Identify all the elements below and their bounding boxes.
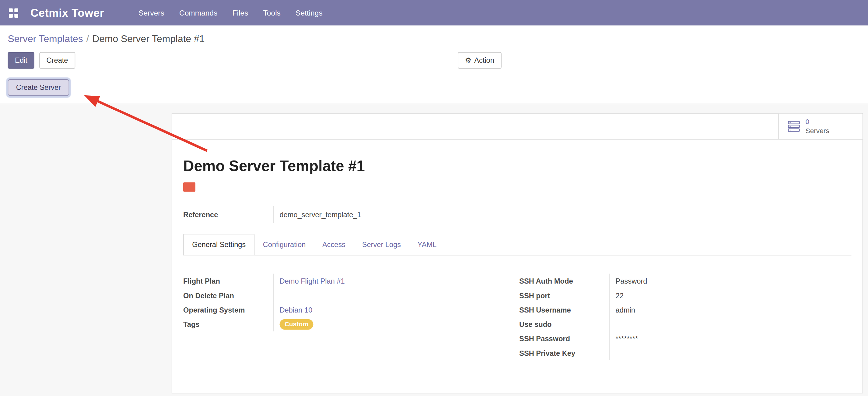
- field-value-text-ssh-auth-mode: Password: [616, 277, 647, 285]
- nav-item-commands[interactable]: Commands: [179, 8, 218, 17]
- field-label-flight-plan: Flight Plan: [183, 277, 273, 285]
- field-value-text-operating-system[interactable]: Debian 10: [280, 306, 313, 314]
- tab-yaml[interactable]: YAML: [409, 234, 445, 255]
- create-button[interactable]: Create: [39, 52, 75, 69]
- field-row-ssh-username: SSH Usernameadmin: [519, 303, 851, 317]
- field-row-use-sudo: Use sudo: [519, 317, 851, 332]
- field-value-text-flight-plan[interactable]: Demo Flight Plan #1: [280, 277, 345, 285]
- field-value-text-tags[interactable]: Custom: [280, 319, 313, 330]
- breadcrumb: Server Templates/Demo Server Template #1: [8, 33, 860, 45]
- field-row-on-delete-plan: On Delete Plan: [183, 288, 519, 303]
- field-label-ssh-port: SSH port: [519, 291, 609, 300]
- field-value-use-sudo: [610, 317, 851, 332]
- field-group-right: SSH Auth ModePasswordSSH port22SSH Usern…: [519, 274, 851, 360]
- tab-access[interactable]: Access: [314, 234, 354, 255]
- toolbar: Edit Create ⚙Action: [8, 52, 860, 69]
- record-title: Demo Server Template #1: [183, 158, 851, 175]
- app-brand[interactable]: Cetmix Tower: [30, 6, 104, 19]
- gear-icon: ⚙: [465, 56, 471, 64]
- field-label-ssh-private-key: SSH Private Key: [519, 349, 609, 357]
- field-value-operating-system: Debian 10: [274, 303, 520, 317]
- field-value-text-ssh-port: 22: [616, 291, 624, 300]
- field-row-flight-plan: Flight PlanDemo Flight Plan #1: [183, 274, 519, 288]
- field-label-on-delete-plan: On Delete Plan: [183, 291, 273, 300]
- apps-grid-icon[interactable]: [9, 8, 18, 17]
- field-value-text-ssh-password: ********: [616, 335, 638, 343]
- breadcrumb-current: Demo Server Template #1: [92, 33, 205, 44]
- action-button-label: Action: [474, 56, 494, 64]
- field-row-ssh-password: SSH Password********: [519, 332, 851, 346]
- tab-general-settings[interactable]: General Settings: [183, 234, 254, 256]
- field-value-ssh-port: 22: [610, 288, 851, 303]
- card-header: 0 Servers: [172, 114, 863, 140]
- field-value-ssh-private-key: [610, 346, 851, 360]
- server-stack-icon: [788, 121, 800, 132]
- field-value-flight-plan: Demo Flight Plan #1: [274, 274, 520, 288]
- tabs: General SettingsConfigurationAccessServe…: [183, 234, 851, 256]
- edit-button[interactable]: Edit: [8, 52, 34, 69]
- field-label-tags: Tags: [183, 320, 273, 329]
- field-value-ssh-auth-mode: Password: [610, 274, 851, 288]
- stat-texts: 0 Servers: [805, 117, 829, 136]
- action-button[interactable]: ⚙Action: [458, 52, 501, 69]
- top-navbar: Cetmix Tower ServersCommandsFilesToolsSe…: [0, 0, 868, 26]
- servers-count: 0: [805, 117, 829, 126]
- field-group-left: Flight PlanDemo Flight Plan #1On Delete …: [183, 274, 519, 360]
- control-panel: Server Templates/Demo Server Template #1…: [0, 26, 868, 69]
- color-swatch[interactable]: [183, 182, 195, 192]
- content-area: 0 Servers Demo Server Template #1 Refere…: [0, 104, 868, 396]
- field-row-tags: TagsCustom: [183, 317, 519, 332]
- field-row-operating-system: Operating SystemDebian 10: [183, 303, 519, 317]
- field-label-use-sudo: Use sudo: [519, 320, 609, 329]
- field-row-ssh-auth-mode: SSH Auth ModePassword: [519, 274, 851, 288]
- field-value-ssh-password: ********: [610, 332, 851, 346]
- record-card: 0 Servers Demo Server Template #1 Refere…: [172, 113, 863, 394]
- servers-label: Servers: [805, 126, 829, 136]
- reference-label: Reference: [183, 210, 273, 219]
- tab-configuration[interactable]: Configuration: [254, 234, 314, 255]
- field-value-text-ssh-username: admin: [616, 306, 635, 314]
- reference-value-text: demo_server_template_1: [280, 210, 361, 219]
- nav-item-tools[interactable]: Tools: [263, 8, 281, 17]
- tab-server-logs[interactable]: Server Logs: [354, 234, 409, 255]
- nav-item-servers[interactable]: Servers: [138, 8, 164, 17]
- nav-item-settings[interactable]: Settings: [296, 8, 322, 17]
- field-row-ssh-port: SSH port22: [519, 288, 851, 303]
- field-value-ssh-username: admin: [610, 303, 851, 317]
- field-value-tags: Custom: [274, 317, 520, 332]
- reference-field: Reference demo_server_template_1: [183, 206, 851, 223]
- fields: Flight PlanDemo Flight Plan #1On Delete …: [183, 274, 851, 360]
- field-label-ssh-password: SSH Password: [519, 335, 609, 343]
- field-label-ssh-auth-mode: SSH Auth Mode: [519, 277, 609, 285]
- field-label-operating-system: Operating System: [183, 306, 273, 314]
- page: Cetmix Tower ServersCommandsFilesToolsSe…: [0, 0, 868, 396]
- create-server-button[interactable]: Create Server: [8, 79, 69, 96]
- reference-value: demo_server_template_1: [274, 206, 851, 223]
- breadcrumb-separator: /: [86, 33, 89, 44]
- nav-menu: ServersCommandsFilesToolsSettings: [138, 8, 322, 17]
- card-body: Demo Server Template #1 Reference demo_s…: [172, 158, 863, 360]
- nav-item-files[interactable]: Files: [232, 8, 248, 17]
- field-row-ssh-private-key: SSH Private Key: [519, 346, 851, 360]
- button-band: Create Server: [0, 79, 868, 104]
- field-label-ssh-username: SSH Username: [519, 306, 609, 314]
- field-value-on-delete-plan: [274, 288, 520, 303]
- servers-stat-button[interactable]: 0 Servers: [778, 114, 862, 139]
- breadcrumb-parent[interactable]: Server Templates: [8, 33, 83, 44]
